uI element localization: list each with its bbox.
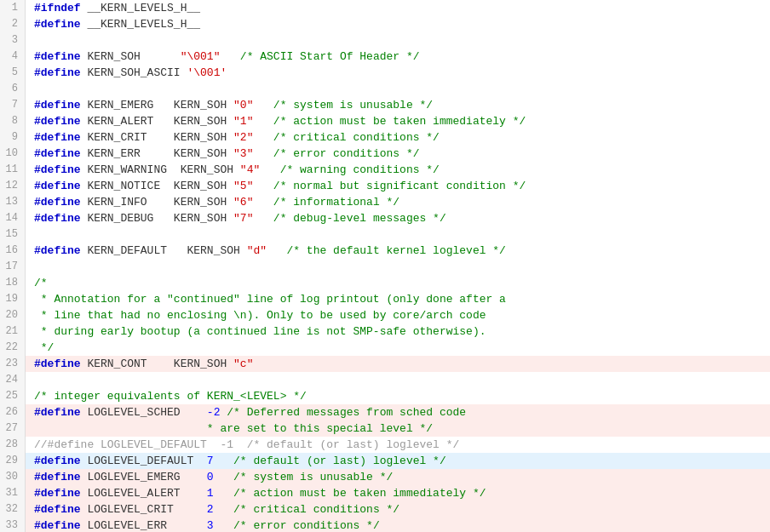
code-token: #define xyxy=(34,471,81,483)
code-token: /* action must be taken immediately */ xyxy=(233,487,486,500)
code-token: /* default (or last) loglevel */ xyxy=(233,455,446,467)
code-token: /* informational */ xyxy=(273,196,399,209)
table-row: 31#define LOGLEVEL_ALERT 1 /* action mus… xyxy=(0,485,770,501)
table-row: 29#define LOGLEVEL_DEFAULT 7 /* default … xyxy=(0,453,770,469)
code-token: #define xyxy=(34,131,81,144)
code-token: #define xyxy=(34,244,81,257)
line-content: /* integer equivalents of KERN_<LEVEL> *… xyxy=(26,388,770,404)
table-row: 1#ifndef __KERN_LEVELS_H__ xyxy=(0,0,770,16)
line-content: #define LOGLEVEL_DEFAULT 7 /* default (o… xyxy=(26,453,770,469)
table-row: 10#define KERN_ERR KERN_SOH "3" /* error… xyxy=(0,146,770,162)
code-token: #define xyxy=(34,358,81,370)
line-content: */ xyxy=(26,340,770,356)
table-row: 5#define KERN_SOH_ASCII '\001' xyxy=(0,65,770,81)
line-content: #define KERN_DEFAULT KERN_SOH "d" /* the… xyxy=(26,243,770,259)
code-token: "7" xyxy=(233,212,253,225)
line-number: 24 xyxy=(0,372,26,388)
code-token: /* system is unusable */ xyxy=(273,99,433,112)
line-number: 26 xyxy=(0,404,26,420)
code-token: /* normal but significant condition */ xyxy=(273,180,526,192)
code-token: /* Deferred messages from sched code xyxy=(227,406,466,419)
code-token: /* error conditions */ xyxy=(233,519,380,532)
code-token: "3" xyxy=(233,147,253,160)
line-content: #define KERN_SOH "\001" /* ASCII Start O… xyxy=(26,49,770,65)
line-content: * Annotation for a "continued" line of l… xyxy=(26,291,770,307)
code-viewer: 1#ifndef __KERN_LEVELS_H__2#define __KER… xyxy=(0,0,770,532)
code-token: /* error conditions */ xyxy=(273,147,420,160)
line-number: 32 xyxy=(0,501,26,518)
code-token xyxy=(253,115,273,128)
code-token xyxy=(214,487,233,500)
code-token: __KERN_LEVELS_H__ xyxy=(81,18,200,31)
code-token: KERN_ERR KERN_SOH xyxy=(81,147,233,160)
table-row: 14#define KERN_DEBUG KERN_SOH "7" /* deb… xyxy=(0,210,770,226)
line-content: //#define LOGLEVEL_DEFAULT -1 /* default… xyxy=(26,437,770,453)
table-row: 24 xyxy=(0,372,770,388)
code-token: 2 xyxy=(207,503,214,516)
line-content: #define KERN_ALERT KERN_SOH "1" /* actio… xyxy=(26,113,770,129)
line-number: 25 xyxy=(0,388,26,404)
code-token: KERN_SOH xyxy=(81,50,181,63)
code-token: /* critical conditions */ xyxy=(233,503,399,516)
code-token xyxy=(253,212,273,225)
line-content xyxy=(26,81,770,97)
code-token: #define xyxy=(34,147,81,160)
code-token: "2" xyxy=(233,131,253,144)
table-row: 32#define LOGLEVEL_CRIT 2 /* critical co… xyxy=(0,501,770,518)
line-number: 4 xyxy=(0,49,26,65)
code-token: "4" xyxy=(240,163,260,176)
line-number: 31 xyxy=(0,485,26,501)
line-number: 19 xyxy=(0,291,26,307)
table-row: 21 * during early bootup (a continued li… xyxy=(0,323,770,340)
table-row: 28//#define LOGLEVEL_DEFAULT -1 /* defau… xyxy=(0,437,770,453)
line-content: #define KERN_INFO KERN_SOH "6" /* inform… xyxy=(26,194,770,210)
line-content xyxy=(26,259,770,275)
line-number: 27 xyxy=(0,420,26,437)
line-content: * are set to this special level */ xyxy=(26,420,770,437)
line-content: #ifndef __KERN_LEVELS_H__ xyxy=(26,0,770,16)
line-content: #define KERN_CRIT KERN_SOH "2" /* critic… xyxy=(26,129,770,146)
table-row: 16#define KERN_DEFAULT KERN_SOH "d" /* t… xyxy=(0,243,770,259)
table-row: 2#define __KERN_LEVELS_H__ xyxy=(0,16,770,32)
code-token: #define xyxy=(34,503,81,516)
table-row: 30#define LOGLEVEL_EMERG 0 /* system is … xyxy=(0,469,770,485)
line-number: 13 xyxy=(0,194,26,210)
line-content: #define KERN_WARNING KERN_SOH "4" /* war… xyxy=(26,162,770,178)
code-token: "1" xyxy=(233,115,253,128)
code-token: /* xyxy=(34,277,48,289)
line-number: 1 xyxy=(0,0,26,16)
line-number: 23 xyxy=(0,356,26,372)
code-token: KERN_CRIT KERN_SOH xyxy=(81,131,233,144)
table-row: 12#define KERN_NOTICE KERN_SOH "5" /* no… xyxy=(0,178,770,194)
code-token: 7 xyxy=(207,455,214,467)
code-token: /* debug-level messages */ xyxy=(273,212,446,225)
code-token: "c" xyxy=(233,358,253,370)
line-number: 28 xyxy=(0,437,26,453)
code-token: #define xyxy=(34,455,81,467)
line-number: 10 xyxy=(0,146,26,162)
line-content: * line that had no enclosing \n). Only t… xyxy=(26,307,770,323)
line-number: 22 xyxy=(0,340,26,356)
code-token xyxy=(253,131,273,144)
code-token: #define xyxy=(34,196,81,209)
line-number: 33 xyxy=(0,518,26,532)
line-number: 15 xyxy=(0,226,26,243)
code-token: 0 xyxy=(207,471,214,483)
table-row: 6 xyxy=(0,81,770,97)
code-token xyxy=(214,455,233,467)
line-content: #define KERN_CONT KERN_SOH "c" xyxy=(26,356,770,372)
line-number: 12 xyxy=(0,178,26,194)
code-token: #define xyxy=(34,18,81,31)
code-token xyxy=(253,180,273,192)
table-row: 25/* integer equivalents of KERN_<LEVEL>… xyxy=(0,388,770,404)
code-token: LOGLEVEL_DEFAULT xyxy=(81,455,207,467)
line-number: 21 xyxy=(0,323,26,340)
code-token xyxy=(214,503,233,516)
line-content xyxy=(26,372,770,388)
code-token: * are set to this special level */ xyxy=(207,422,433,435)
code-token: KERN_CONT KERN_SOH xyxy=(81,358,233,370)
line-content xyxy=(26,226,770,243)
code-token: KERN_EMERG KERN_SOH xyxy=(81,99,233,112)
line-content: #define KERN_ERR KERN_SOH "3" /* error c… xyxy=(26,146,770,162)
code-token: KERN_NOTICE KERN_SOH xyxy=(81,180,233,192)
